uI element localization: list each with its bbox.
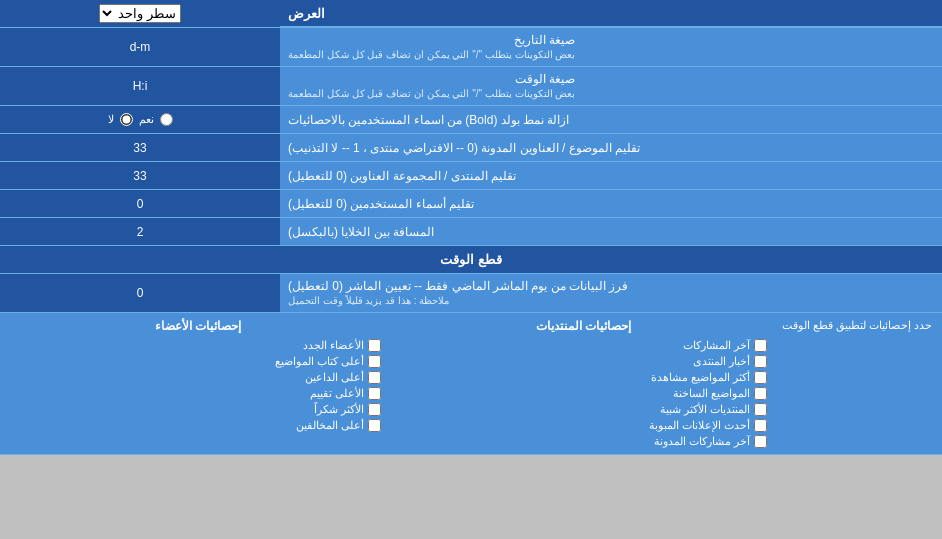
cb-forum-2[interactable] bbox=[754, 355, 767, 368]
bold-no-label: لا bbox=[108, 113, 114, 126]
cb-mem-4[interactable] bbox=[368, 387, 381, 400]
checkboxes-row: حدد إحصائيات لتطبيق قطع الوقت إحصائيات ا… bbox=[10, 319, 932, 448]
forum-input-container bbox=[0, 162, 280, 189]
forum-input[interactable] bbox=[6, 169, 274, 183]
bold-yes-label: نعم bbox=[139, 113, 154, 126]
cb-item-6: أحدث الإعلانات المبوبة bbox=[401, 419, 767, 432]
date-format-input-container bbox=[0, 28, 280, 66]
col1-header: إحصائيات الأعضاء bbox=[15, 319, 381, 333]
time-format-input-container bbox=[0, 67, 280, 105]
date-format-label: صيغة التاريخ بعض التكوينات يتطلب "/" الت… bbox=[280, 28, 942, 66]
cb-mem-2[interactable] bbox=[368, 355, 381, 368]
topics-row: تقليم الموضوع / العناوين المدونة (0 -- ا… bbox=[0, 134, 942, 162]
bold-row: ازالة نمط بولد (Bold) من اسماء المستخدمي… bbox=[0, 106, 942, 134]
cb-member-5: الأكثر شكراً bbox=[15, 403, 381, 416]
cb-item-3: أكثر المواضيع مشاهدة bbox=[401, 371, 767, 384]
time-format-label: صيغة الوقت بعض التكوينات يتطلب "/" التي … bbox=[280, 67, 942, 105]
date-format-input[interactable] bbox=[6, 40, 274, 54]
cb-item-1: آخر المشاركات bbox=[401, 339, 767, 352]
bold-radio-container: نعم لا bbox=[0, 106, 280, 133]
limit-stats-label: حدد إحصائيات لتطبيق قطع الوقت bbox=[782, 319, 932, 332]
cb-member-3: أعلى الداعين bbox=[15, 371, 381, 384]
topics-input-container bbox=[0, 134, 280, 161]
cb-item-2: أخبار المنتدى bbox=[401, 355, 767, 368]
cutoff-row: فرز البيانات من يوم الماشر الماضي فقط --… bbox=[0, 274, 942, 313]
page-title: العرض bbox=[280, 0, 942, 27]
cb-member-4: الأعلى تقييم bbox=[15, 387, 381, 400]
cb-forum-6[interactable] bbox=[754, 419, 767, 432]
cutoff-input[interactable] bbox=[6, 286, 274, 300]
usernames-row: تقليم أسماء المستخدمين (0 للتعطيل) bbox=[0, 190, 942, 218]
cb-forum-5[interactable] bbox=[754, 403, 767, 416]
checkboxes-section: حدد إحصائيات لتطبيق قطع الوقت إحصائيات ا… bbox=[0, 313, 942, 455]
spacing-input-container bbox=[0, 218, 280, 245]
spacing-row: المسافة بين الخلايا (بالبكسل) bbox=[0, 218, 942, 246]
time-format-row: صيغة الوقت بعض التكوينات يتطلب "/" التي … bbox=[0, 67, 942, 106]
main-container: العرض سطر واحدسطرينثلاثة أسطر صيغة التار… bbox=[0, 0, 942, 455]
bold-radio-group: نعم لا bbox=[108, 113, 173, 126]
usernames-input-container bbox=[0, 190, 280, 217]
bold-label: ازالة نمط بولد (Bold) من اسماء المستخدمي… bbox=[280, 106, 942, 133]
cb-item-5: المنتديات الأكثر شبية bbox=[401, 403, 767, 416]
spacing-input[interactable] bbox=[6, 225, 274, 239]
cb-forum-4[interactable] bbox=[754, 387, 767, 400]
dropdown-container[interactable]: سطر واحدسطرينثلاثة أسطر bbox=[0, 0, 280, 27]
bold-radio-yes[interactable] bbox=[160, 113, 173, 126]
forum-stats-col: إحصائيات المنتديات آخر المشاركات أخبار ا… bbox=[396, 319, 772, 448]
cb-item-7: آخر مشاركات المدونة bbox=[401, 435, 767, 448]
cb-forum-7[interactable] bbox=[754, 435, 767, 448]
spacing-label: المسافة بين الخلايا (بالبكسل) bbox=[280, 218, 942, 245]
cb-item-4: المواضيع الساخنة bbox=[401, 387, 767, 400]
bold-radio-no[interactable] bbox=[120, 113, 133, 126]
cb-mem-6[interactable] bbox=[368, 419, 381, 432]
cb-mem-1[interactable] bbox=[368, 339, 381, 352]
cb-forum-3[interactable] bbox=[754, 371, 767, 384]
cutoff-label: فرز البيانات من يوم الماشر الماضي فقط --… bbox=[280, 274, 942, 312]
cutoff-section-header: قطع الوقت bbox=[0, 246, 942, 274]
time-format-input[interactable] bbox=[6, 79, 274, 93]
cb-forum-1[interactable] bbox=[754, 339, 767, 352]
cutoff-input-container bbox=[0, 274, 280, 312]
date-format-row: صيغة التاريخ بعض التكوينات يتطلب "/" الت… bbox=[0, 28, 942, 67]
usernames-label: تقليم أسماء المستخدمين (0 للتعطيل) bbox=[280, 190, 942, 217]
cb-member-1: الأعضاء الجدد bbox=[15, 339, 381, 352]
usernames-input[interactable] bbox=[6, 197, 274, 211]
cb-member-6: أعلى المخالفين bbox=[15, 419, 381, 432]
topics-label: تقليم الموضوع / العناوين المدونة (0 -- ا… bbox=[280, 134, 942, 161]
col2-header: إحصائيات المنتديات bbox=[401, 319, 767, 333]
topics-input[interactable] bbox=[6, 141, 274, 155]
header-row: العرض سطر واحدسطرينثلاثة أسطر bbox=[0, 0, 942, 28]
member-stats-col: إحصائيات الأعضاء الأعضاء الجدد أعلى كتاب… bbox=[10, 319, 386, 432]
cb-member-2: أعلى كتاب المواضيع bbox=[15, 355, 381, 368]
forum-label: تقليم المنتدى / المجموعة العناوين (0 للت… bbox=[280, 162, 942, 189]
display-dropdown[interactable]: سطر واحدسطرينثلاثة أسطر bbox=[99, 4, 181, 23]
cb-mem-5[interactable] bbox=[368, 403, 381, 416]
cb-mem-3[interactable] bbox=[368, 371, 381, 384]
forum-row: تقليم المنتدى / المجموعة العناوين (0 للت… bbox=[0, 162, 942, 190]
